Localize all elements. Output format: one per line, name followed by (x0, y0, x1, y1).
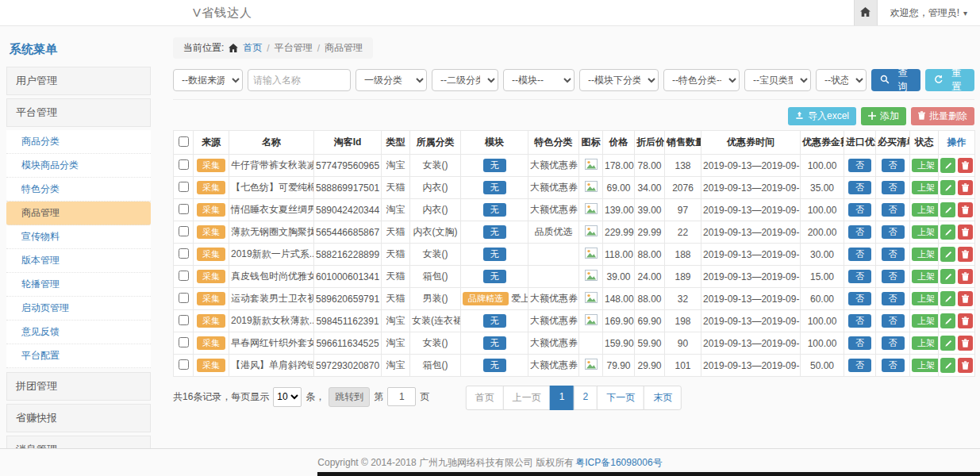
row-checkbox[interactable] (179, 182, 189, 192)
column-header-16: 状态 (910, 131, 939, 155)
name-search-input[interactable] (248, 69, 351, 91)
delete-button[interactable] (958, 269, 973, 284)
delete-button[interactable] (958, 291, 973, 306)
row-checkbox[interactable] (179, 271, 189, 281)
import-select-badge: 否 (848, 359, 871, 373)
sidebar-item-5[interactable]: 商品管理 (6, 202, 151, 225)
cell-13: 100.00 (801, 332, 844, 355)
pager-button-1[interactable]: 上一页 (503, 386, 551, 410)
sidebar-item-0[interactable]: 用户管理 (6, 67, 151, 95)
cell-5: 男装() (410, 288, 461, 310)
pager-button-0[interactable]: 首页 (466, 386, 504, 410)
edit-button[interactable] (940, 336, 955, 351)
batch-delete-button[interactable]: 批量删除 (911, 107, 974, 125)
data-source-filter[interactable]: --数据来源-- (173, 69, 243, 91)
sidebar-item-1[interactable]: 平台管理 (6, 98, 151, 127)
pager-button-2[interactable]: 1 (550, 386, 575, 410)
delete-button[interactable] (958, 158, 973, 173)
table-row: 采集薄款无钢圈文胸聚拢性...565446685867天猫内衣(文胸)无品质优选… (174, 221, 975, 244)
sidebar-item-4[interactable]: 特色分类 (6, 178, 151, 202)
level2-category-filter[interactable]: --二级分类-- (432, 69, 498, 91)
delete-button[interactable] (958, 247, 973, 262)
sidebar-item-2[interactable]: 商品分类 (6, 130, 151, 154)
row-checkbox[interactable] (179, 337, 189, 347)
row-checkbox[interactable] (179, 248, 189, 259)
cell-2: 【港风】单肩斜跨链条... (229, 355, 314, 377)
must-buy-badge: 否 (882, 314, 905, 328)
delete-button[interactable] (958, 313, 973, 328)
sidebar-item-8[interactable]: 轮播管理 (6, 273, 151, 297)
query-button[interactable]: 查询 (871, 69, 920, 91)
delete-button[interactable] (958, 202, 973, 217)
row-checkbox[interactable] (179, 226, 189, 236)
cell-16: 上架 (910, 288, 939, 310)
jump-button[interactable]: 跳转到 (329, 387, 370, 407)
cell-6: 无 (461, 355, 528, 377)
sidebar-item-13[interactable]: 省赚快报 (6, 404, 151, 432)
delete-button[interactable] (958, 358, 973, 373)
module-sub-filter[interactable]: --模块下分类-- (579, 69, 659, 91)
user-menu[interactable]: 欢迎您，管理员! ▾ (878, 0, 980, 25)
select-all-checkbox[interactable] (179, 136, 189, 147)
cell-8 (579, 355, 603, 377)
cell-3: 588869917501 (314, 177, 382, 199)
sidebar-item-12[interactable]: 拼团管理 (6, 372, 151, 401)
cell-5: 内衣() (410, 177, 461, 199)
edit-button[interactable] (940, 225, 955, 240)
feature-category-filter[interactable]: --特色分类-- (663, 69, 740, 91)
cell-7: 大额优惠券 (528, 332, 579, 355)
cell-10: 29.99 (635, 221, 665, 244)
add-button[interactable]: 添加 (861, 107, 906, 125)
edit-button[interactable] (940, 247, 955, 262)
app-title: V省钱达人 (193, 6, 252, 21)
cell-5: 箱包() (410, 266, 461, 288)
breadcrumb-home-link[interactable]: 首页 (243, 41, 262, 55)
pager-button-3[interactable]: 2 (574, 386, 598, 410)
edit-button[interactable] (940, 180, 955, 195)
sidebar-item-10[interactable]: 意见反馈 (6, 321, 151, 344)
delete-button[interactable] (958, 225, 973, 240)
row-checkbox[interactable] (179, 359, 189, 370)
edit-button[interactable] (940, 358, 955, 373)
sidebar-item-11[interactable]: 平台配置 (6, 344, 151, 368)
home-button[interactable] (854, 0, 878, 25)
row-checkbox[interactable] (179, 159, 189, 170)
sidebar-item-6[interactable]: 宣传物料 (6, 225, 151, 249)
edit-button[interactable] (940, 158, 955, 173)
jump-page-input[interactable] (387, 387, 416, 406)
edit-button[interactable] (940, 313, 955, 328)
sidebar-item-9[interactable]: 启动页管理 (6, 297, 151, 321)
sidebar-item-3[interactable]: 模块商品分类 (6, 154, 151, 178)
delete-button[interactable] (958, 180, 973, 195)
column-header-13: 优惠券金额 (801, 131, 844, 155)
sidebar-item-7[interactable]: 版本管理 (6, 249, 151, 273)
row-checkbox[interactable] (179, 204, 189, 214)
status-filter[interactable]: --状态-- (816, 69, 867, 91)
cell-12: 2019-09-13—2019-09-17 (701, 155, 801, 177)
table-row: 采集【港风】单肩斜跨链条...597293020870淘宝箱包()无大额优惠券7… (174, 355, 975, 377)
pager-button-4[interactable]: 下一页 (597, 386, 644, 410)
edit-button[interactable] (940, 291, 955, 306)
jump-suffix: 页 (420, 390, 429, 404)
cell-1: 采集 (194, 266, 229, 288)
row-checkbox[interactable] (179, 315, 189, 325)
edit-button[interactable] (940, 269, 955, 284)
row-checkbox[interactable] (179, 293, 189, 303)
pager-button-5[interactable]: 末页 (644, 386, 682, 410)
import-select-badge: 否 (848, 159, 871, 173)
per-page-select[interactable]: 10 (273, 387, 302, 407)
import-excel-button[interactable]: 导入excel (788, 107, 856, 125)
product-image-icon (585, 228, 598, 239)
cell-6: 无 (461, 310, 528, 332)
delete-button[interactable] (958, 336, 973, 351)
cell-12: 2019-09-13—2019-09-18 (701, 355, 801, 377)
cell-10: 88.00 (635, 244, 665, 266)
edit-button[interactable] (940, 202, 955, 217)
must-buy-badge: 否 (882, 203, 905, 217)
source-badge: 采集 (197, 359, 225, 373)
module-filter[interactable]: --模块-- (503, 69, 575, 91)
item-type-filter[interactable]: --宝贝类型-- (744, 69, 811, 91)
reset-button[interactable]: 重置 (925, 69, 974, 91)
icp-link[interactable]: 粤ICP备16098006号 (575, 456, 662, 470)
level1-category-filter[interactable]: 一级分类 (355, 69, 427, 91)
